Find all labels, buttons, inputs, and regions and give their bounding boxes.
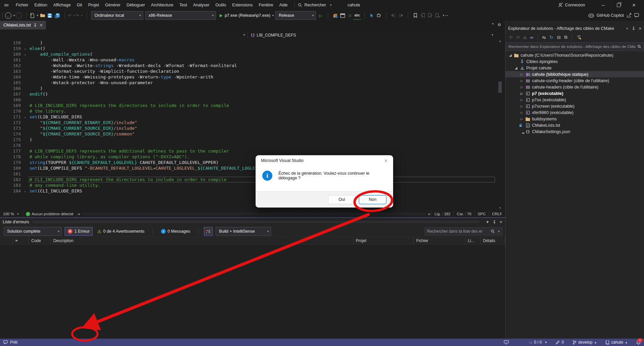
save-all-button[interactable] <box>54 11 61 19</box>
navigate-back-button[interactable]: ←▼ <box>5 11 15 19</box>
toolbar-grip[interactable] <box>2 12 3 18</box>
code-line[interactable]: 181 <box>0 171 496 177</box>
git-repo-selector[interactable]: cahute ▲ <box>605 340 628 345</box>
preview-window-icon[interactable] <box>339 11 346 19</box>
menu-item-test[interactable]: Test <box>176 1 190 9</box>
new-file-button[interactable]: ▼ <box>30 11 39 19</box>
collapsed-arrow-icon[interactable]: ▷ <box>519 79 525 82</box>
tree-item[interactable]: ▷p7screen (exécutable) <box>505 103 644 109</box>
share-icon[interactable] <box>627 13 632 18</box>
warnings-filter-button[interactable]: ⚠ 0 de 4 Avertissements <box>95 227 147 235</box>
collapse-all-icon[interactable]: ⊟ <box>557 35 560 40</box>
menu-item-extensions[interactable]: Extensions <box>229 1 256 9</box>
tree-item[interactable]: {}CMakeSettings.json <box>505 128 644 135</box>
tree-item[interactable]: ▷p7os (exécutable) <box>505 97 644 103</box>
indent-icon[interactable] <box>397 11 405 19</box>
row-select-column[interactable] <box>0 237 13 244</box>
tree-item[interactable]: ▷p7 (exécutable) <box>505 90 644 97</box>
filter-options-button[interactable] <box>204 227 213 236</box>
menu-item-edition[interactable]: Edition <box>32 1 50 9</box>
prev-bookmark-icon[interactable] <box>419 11 426 19</box>
panel-pin-icon[interactable] <box>632 27 635 31</box>
code-editor[interactable]: 158 )159⌄else()160⌄ add_compile_options(… <box>0 39 496 212</box>
undo-button[interactable]: ↶▼ <box>68 11 75 19</box>
scroll-right-icon[interactable]: ▶ <box>428 213 431 216</box>
column-header-dtails[interactable]: Détails <box>481 237 505 244</box>
tree-item[interactable]: Cibles épinglées <box>505 58 644 65</box>
debug-target-combo[interactable]: Ordinateur local▼ <box>91 11 143 20</box>
close-tab-icon[interactable]: ✕ <box>40 23 43 27</box>
error-list-header[interactable]: Liste d'erreurs ▼ ✕ <box>0 218 505 226</box>
code-line[interactable]: 159⌄else() <box>0 46 496 51</box>
restore-button[interactable] <box>612 0 625 10</box>
expanded-arrow-icon[interactable]: ◢ <box>513 66 519 70</box>
tab-cmakelists[interactable]: CMakeLists.txt ✕ <box>0 21 46 30</box>
code-line[interactable]: 161 -Wall -Wextra -Wno-unused-macros <box>0 57 496 63</box>
attach-process-icon[interactable] <box>375 11 383 19</box>
error-list-search[interactable]: Rechercher dans la liste des er ▼ <box>425 227 502 235</box>
forward-icon[interactable]: ⟳ <box>516 35 520 40</box>
start-without-debug-button[interactable]: ▷ <box>317 11 324 19</box>
code-line[interactable]: 183# any command-line utility. <box>0 182 496 188</box>
eol-indicator[interactable]: CRLF <box>489 211 505 217</box>
abc-verify-icon[interactable]: abc <box>354 11 361 20</box>
menu-item-affichage[interactable]: Affichage <box>50 1 74 9</box>
refresh-icon[interactable]: ↻ <box>549 35 553 40</box>
collapsed-arrow-icon[interactable]: ▷ <box>519 111 525 114</box>
toolbar-overflow-button[interactable]: ▼ <box>441 11 448 19</box>
code-line[interactable]: 184⌄set(CLI_INCLUDE_DIRS <box>0 188 496 194</box>
menu-item-fichier[interactable]: Fichier <box>13 1 32 9</box>
messages-filter-button[interactable]: i 0 Messages <box>158 227 193 235</box>
code-line[interactable]: 162 -Wshadow -Wwrite-strings -Wredundant… <box>0 63 496 68</box>
scroll-up-icon[interactable]: ▲ <box>497 40 503 43</box>
code-line[interactable]: 166 ) <box>0 85 496 91</box>
menu-item-déboguer[interactable]: Déboguer <box>123 1 148 9</box>
panel-options-icon[interactable]: ▼ <box>486 220 489 224</box>
close-button[interactable]: ✕ <box>627 0 641 10</box>
expanded-arrow-icon[interactable]: ◢ <box>507 53 513 57</box>
code-line[interactable]: 171⌄set(LIB_INCLUDE_DIRS <box>0 114 496 120</box>
selection-cursor-icon[interactable] <box>368 11 375 19</box>
code-line[interactable]: 158 ) <box>0 40 496 46</box>
fold-marker-icon[interactable]: ⌄ <box>21 188 30 194</box>
code-line[interactable]: 160⌄ add_compile_options( <box>0 51 496 57</box>
git-sync-status[interactable]: ↑↓0 / 0▼ <box>529 340 547 345</box>
menu-item-générer[interactable]: Générer <box>102 1 123 9</box>
feedback-bubble-icon[interactable] <box>3 340 8 344</box>
menu-item-projet[interactable]: Projet <box>85 1 102 9</box>
code-line[interactable]: 175) <box>0 137 496 142</box>
tree-item[interactable]: ▷cahute (bibliothèque statique) <box>505 71 644 77</box>
menu-item-aide[interactable]: Aide <box>276 1 291 9</box>
column-header-description[interactable]: Description <box>51 237 354 244</box>
toggle-bookmark-icon[interactable] <box>412 11 419 19</box>
build-selection-icon[interactable] <box>331 11 339 19</box>
navigate-forward-button[interactable]: → <box>15 11 23 19</box>
breadcrumb-member-dropdown[interactable]: {} LIB_COMPILE_DEFS ▼ <box>248 32 496 39</box>
git-branch-selector[interactable]: develop ▲ <box>573 340 597 345</box>
document-health-indicator[interactable]: ✓ Aucun problème détecté <box>23 211 77 217</box>
code-line[interactable]: 164 -Wdate-time -Wmissing-prototypes -Wr… <box>0 74 496 80</box>
panel-options-icon[interactable]: ▼ <box>626 27 629 30</box>
zoom-level-dropdown[interactable]: 100 %▼ <box>0 211 23 217</box>
code-line[interactable]: 179string(TOUPPER ${CAHUTE_DEFAULT_LOGLE… <box>0 160 496 165</box>
collapsed-arrow-icon[interactable]: ▷ <box>519 117 525 121</box>
outdent-icon[interactable] <box>390 11 397 19</box>
screen-tool-icon[interactable] <box>504 340 509 344</box>
tree-item[interactable]: ◢Projet cahute <box>505 65 644 71</box>
code-line[interactable]: 177# LIB_COMPILE_DEFS represents the add… <box>0 148 496 154</box>
fold-marker-icon[interactable]: ⌄ <box>21 114 30 120</box>
tree-item[interactable]: ▷xfer9860 (exécutable) <box>505 109 644 116</box>
code-line[interactable]: 180set(LIB_COMPILE_DEFS "-DCAHUTE_DEFAUL… <box>0 165 496 171</box>
code-line[interactable]: 165 -Wstack-protector -Wno-unused-parame… <box>0 80 496 85</box>
tree-item[interactable]: ▷buildsystems <box>505 116 644 122</box>
grid-small-icon[interactable] <box>346 11 354 19</box>
collapsed-arrow-icon[interactable]: ▷ <box>519 98 525 102</box>
panel-close-icon[interactable]: ✕ <box>639 26 642 31</box>
minimize-button[interactable]: ─ <box>596 0 610 10</box>
code-line[interactable]: 168 <box>0 97 496 103</box>
column-header-fichier[interactable]: Fichier <box>414 237 466 244</box>
yes-button[interactable]: Oui <box>328 195 356 204</box>
dialog-close-icon[interactable]: ✕ <box>384 158 388 163</box>
menu-item-fenêtre[interactable]: Fenêtre <box>256 1 276 9</box>
tree-item[interactable]: CMakeLists.txt <box>505 122 644 128</box>
